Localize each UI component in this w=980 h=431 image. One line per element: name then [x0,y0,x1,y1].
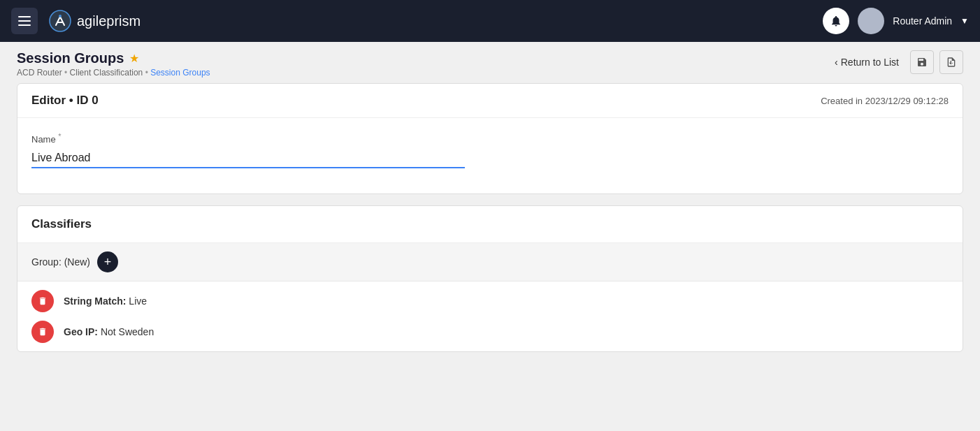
editor-title: Editor • ID 0 [31,94,99,108]
string-match-value: Live [129,295,147,307]
svg-point-0 [50,10,71,31]
editor-body: Name * [17,118,963,193]
breadcrumb-sep-1: • [64,68,70,78]
name-input[interactable] [31,149,465,168]
breadcrumb-acd-router[interactable]: ACD Router [17,68,62,78]
classifiers-card: Classifiers Group: (New) + String Match:… [17,205,963,352]
classifiers-title: Classifiers [31,217,92,231]
avatar [858,8,884,34]
save-icon [916,57,928,68]
breadcrumb-area: Session Groups ★ ACD Router • Client Cla… [0,42,980,83]
logo-text: agileprism [77,13,140,29]
name-required: * [58,132,61,140]
top-navigation: agileprism Router Admin ▼ [0,0,980,42]
save-icon-button[interactable] [910,50,934,74]
list-item: Geo IP: Not Sweden [31,321,949,343]
breadcrumb-client-classification[interactable]: Client Classification [70,68,143,78]
name-field-group: Name * [31,132,949,168]
hamburger-menu-button[interactable] [11,8,38,34]
name-label: Name * [31,132,949,145]
logo-icon [49,10,71,32]
user-name: Router Admin [893,15,952,27]
group-header: Group: (New) + [17,243,963,282]
svg-point-1 [59,15,62,17]
export-icon-button[interactable] [939,50,963,74]
breadcrumb-session-groups[interactable]: Session Groups [150,68,210,78]
geo-ip-label: Geo IP: [64,326,98,337]
trash-icon [38,296,48,306]
created-info: Created in 2023/12/29 09:12:28 [821,96,949,106]
trash-icon [38,327,48,337]
delete-string-match-button[interactable] [31,290,54,312]
hamburger-line-1 [18,16,31,17]
favorite-star-icon[interactable]: ★ [129,52,139,65]
user-dropdown-arrow[interactable]: ▼ [960,16,969,26]
classifiers-header: Classifiers [17,206,963,243]
page-title: Session Groups [17,50,124,66]
geo-ip-text: Geo IP: Not Sweden [64,326,154,337]
group-label: Group: (New) [31,256,90,268]
logo: agileprism [49,10,140,32]
breadcrumb: ACD Router • Client Classification • Ses… [17,68,210,78]
return-arrow-icon: ‹ [835,57,838,68]
hamburger-line-3 [18,24,31,26]
string-match-label: String Match: [64,295,126,307]
return-label: Return to List [841,57,899,68]
notifications-button[interactable] [823,8,849,34]
string-match-text: String Match: Live [64,295,147,307]
editor-card: Editor • ID 0 Created in 2023/12/29 09:1… [17,83,963,194]
main-content: Editor • ID 0 Created in 2023/12/29 09:1… [0,83,980,369]
bell-icon [830,15,842,27]
delete-geo-ip-button[interactable] [31,321,54,343]
classifiers-body: Group: (New) + String Match: Live [17,243,963,351]
return-to-list-button[interactable]: ‹ Return to List [829,54,905,71]
export-icon [946,57,957,68]
editor-header: Editor • ID 0 Created in 2023/12/29 09:1… [17,84,963,118]
hamburger-line-2 [18,20,31,22]
list-item: String Match: Live [31,290,949,312]
classifier-list: String Match: Live Geo IP: Not Sweden [17,282,963,351]
geo-ip-value: Not Sweden [101,326,154,337]
add-classifier-button[interactable]: + [97,251,118,272]
